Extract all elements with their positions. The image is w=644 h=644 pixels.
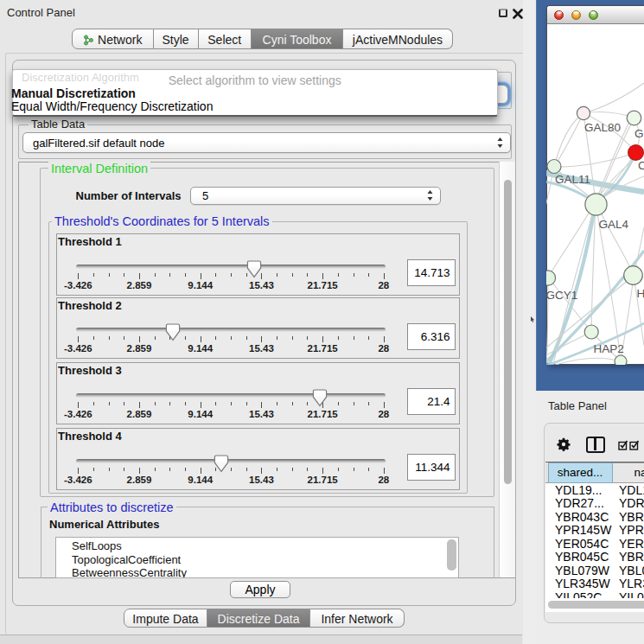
- svg-text:GAL4: GAL4: [599, 217, 629, 230]
- svg-text:GAL11: GAL11: [555, 173, 590, 186]
- svg-text:C: C: [638, 158, 644, 171]
- svg-text:G.: G.: [634, 127, 644, 140]
- svg-text:HAP2: HAP2: [594, 341, 624, 354]
- svg-text:H: H: [637, 286, 644, 299]
- svg-text:GAL80: GAL80: [584, 120, 621, 133]
- svg-text:GCY1: GCY1: [546, 288, 577, 301]
